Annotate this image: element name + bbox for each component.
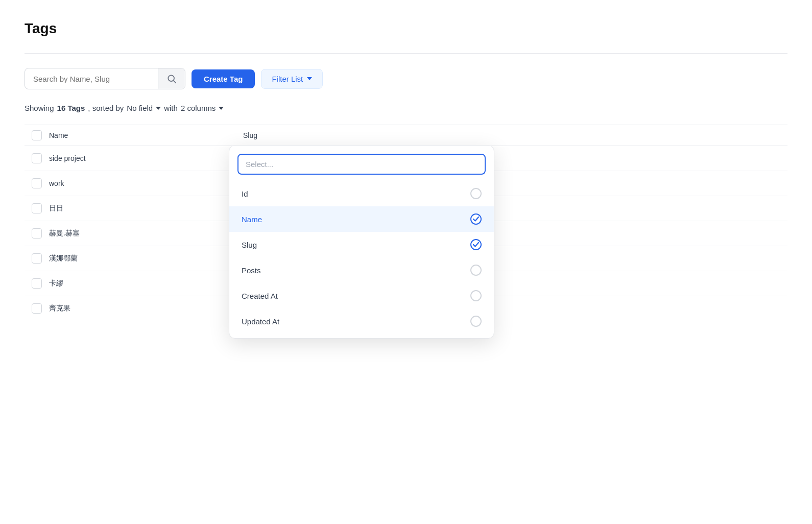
radio-created-at [470,290,482,301]
columns-chevron-icon [219,107,224,110]
svg-line-1 [174,81,176,83]
dropdown-item-id[interactable]: Id [229,181,494,206]
dropdown-item-posts[interactable]: Posts [229,257,494,283]
search-wrapper [25,68,185,89]
checkmark-slug-icon [470,239,482,250]
dropdown-item-updated-at[interactable]: Updated At [229,308,494,334]
toolbar: Create Tag Filter List [25,68,787,89]
col-name-header: Name [49,131,243,139]
cell-name: side project [49,154,243,162]
col-slug-header: Slug [243,131,787,139]
dropdown-item-created-at[interactable]: Created At [229,283,494,308]
row-checkbox[interactable] [32,178,42,188]
row-checkbox[interactable] [32,278,42,289]
table-area: Name Slug side project side-project work… [25,125,787,321]
radio-id [470,188,482,199]
cell-name: work [49,179,243,187]
row-checkbox[interactable] [32,153,42,163]
cell-name: 日日 [49,204,243,213]
column-select-dropdown: Id Name Slug [229,145,494,339]
cell-name: 齊克果 [49,304,243,313]
columns-button[interactable]: 2 columns [181,104,224,112]
radio-posts [470,265,482,276]
search-icon [166,74,177,84]
dropdown-search-input[interactable] [237,154,486,175]
chevron-down-icon [307,77,312,80]
table-header: Name Slug [25,125,787,146]
search-button[interactable] [158,68,185,89]
checkmark-name-icon [470,213,482,225]
cell-name: 漢娜鄂蘭 [49,254,243,263]
page-title: Tags [25,20,787,37]
sort-field-button[interactable]: No field [127,104,161,112]
filter-list-button[interactable]: Filter List [261,69,323,89]
search-input[interactable] [25,69,158,88]
create-tag-button[interactable]: Create Tag [192,69,255,88]
title-divider [25,53,787,54]
summary-bar: Showing 16 Tags, sorted by No field with… [25,104,787,112]
dropdown-item-name[interactable]: Name [229,206,494,232]
row-checkbox[interactable] [32,303,42,314]
row-checkbox[interactable] [32,203,42,213]
sort-chevron-icon [156,107,161,110]
row-checkbox[interactable] [32,253,42,264]
select-all-checkbox[interactable] [32,130,42,140]
cell-name: 卡繆 [49,279,243,288]
cell-name: 赫曼.赫塞 [49,229,243,238]
row-checkbox[interactable] [32,228,42,239]
tag-count: 16 Tags [57,104,85,112]
dropdown-item-slug[interactable]: Slug [229,232,494,257]
radio-updated-at [470,316,482,327]
